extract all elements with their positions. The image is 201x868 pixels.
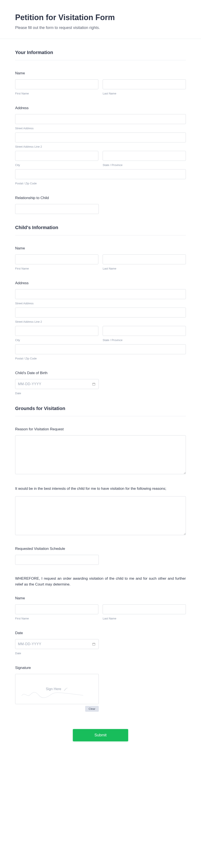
- dob-placeholder: MM-DD-YYYY: [18, 382, 41, 386]
- page-subtitle: Please fill out the form to request visi…: [15, 26, 186, 30]
- best-interest-textarea[interactable]: [15, 496, 186, 535]
- your-street-input[interactable]: [15, 114, 186, 124]
- sublabel-postal: Postal / Zip Code: [15, 182, 186, 185]
- child-street2-input[interactable]: [15, 308, 186, 317]
- signer-last-name-input[interactable]: [103, 604, 186, 614]
- date-placeholder: MM-DD-YYYY: [18, 642, 41, 646]
- pen-icon: [63, 687, 68, 691]
- sublabel-signer-first-name: First Name: [15, 617, 98, 620]
- section-your-info: Your Information: [15, 50, 186, 60]
- sublabel-child-city: City: [15, 338, 98, 342]
- label-address: Address: [15, 106, 186, 110]
- dob-input[interactable]: MM-DD-YYYY: [15, 379, 99, 389]
- label-dob: Child's Date of Birth: [15, 371, 186, 375]
- svg-rect-1: [93, 643, 95, 645]
- sublabel-street2: Street Address Line 2: [15, 145, 186, 148]
- calendar-icon: [92, 642, 96, 646]
- reason-textarea[interactable]: [15, 435, 186, 474]
- wherefore-text: WHEREFORE, I request an order awarding v…: [15, 576, 186, 587]
- label-reason: Reason for Visitation Request: [15, 427, 186, 431]
- label-relationship: Relationship to Child: [15, 196, 186, 200]
- sublabel-child-street2: Street Address Line 2: [15, 320, 186, 323]
- sublabel-state: State / Province: [103, 163, 186, 167]
- child-postal-input[interactable]: [15, 344, 186, 354]
- label-date: Date: [15, 631, 186, 635]
- signature-pad[interactable]: Sign Here: [15, 674, 99, 704]
- label-schedule: Requested Visitation Schedule: [15, 547, 186, 551]
- page-title: Petition for Visitation Form: [15, 13, 186, 22]
- svg-rect-0: [93, 383, 95, 385]
- submit-button[interactable]: Submit: [73, 729, 128, 741]
- child-first-name-input[interactable]: [15, 254, 98, 264]
- child-street-input[interactable]: [15, 289, 186, 299]
- date-input[interactable]: MM-DD-YYYY: [15, 639, 99, 649]
- sublabel-child-first-name: First Name: [15, 267, 98, 270]
- your-city-input[interactable]: [15, 151, 98, 161]
- label-name: Name: [15, 71, 186, 75]
- your-last-name-input[interactable]: [103, 79, 186, 89]
- signer-first-name-input[interactable]: [15, 604, 98, 614]
- your-first-name-input[interactable]: [15, 79, 98, 89]
- signature-line-icon: [21, 689, 86, 698]
- schedule-input[interactable]: [15, 555, 99, 565]
- child-state-input[interactable]: [103, 326, 186, 336]
- sublabel-last-name: Last Name: [103, 92, 186, 95]
- sublabel-street: Street Address: [15, 127, 186, 130]
- label-signer-name: Name: [15, 596, 186, 600]
- calendar-icon: [92, 382, 96, 386]
- section-child-info: Child's Information: [15, 225, 186, 236]
- sublabel-child-state: State / Province: [103, 338, 186, 342]
- sublabel-city: City: [15, 163, 98, 167]
- relationship-input[interactable]: [15, 204, 99, 214]
- sublabel-dob-date: Date: [15, 392, 99, 395]
- child-last-name-input[interactable]: [103, 254, 186, 264]
- label-child-name: Name: [15, 246, 186, 250]
- sublabel-child-postal: Postal / Zip Code: [15, 357, 186, 360]
- label-signature: Signature: [15, 666, 186, 670]
- your-postal-input[interactable]: [15, 169, 186, 179]
- sublabel-signer-last-name: Last Name: [103, 617, 186, 620]
- child-city-input[interactable]: [15, 326, 98, 336]
- label-best-interest: It would be in the best interests of the…: [15, 486, 186, 492]
- sublabel-child-last-name: Last Name: [103, 267, 186, 270]
- sublabel-child-street: Street Address: [15, 302, 186, 305]
- label-child-address: Address: [15, 281, 186, 285]
- section-grounds: Grounds for Visitation: [15, 406, 186, 416]
- clear-button[interactable]: Clear: [85, 706, 99, 712]
- your-street2-input[interactable]: [15, 132, 186, 143]
- your-state-input[interactable]: [103, 151, 186, 161]
- sublabel-first-name: First Name: [15, 92, 98, 95]
- sublabel-date: Date: [15, 652, 99, 655]
